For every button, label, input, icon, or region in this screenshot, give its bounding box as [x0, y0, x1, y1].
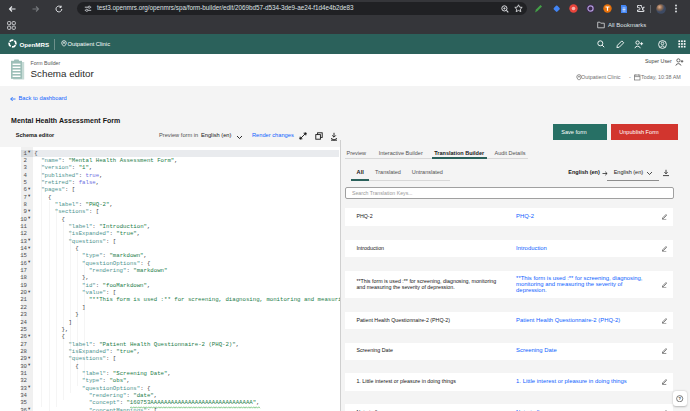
svg-text:?: ?	[679, 396, 682, 401]
